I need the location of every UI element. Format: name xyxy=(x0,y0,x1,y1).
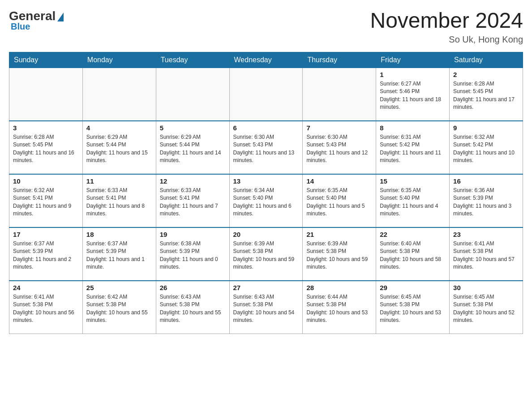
day-number: 5 xyxy=(160,124,226,132)
daylight-text: Daylight: 10 hours and 59 minutes. xyxy=(306,256,368,270)
calendar-cell: 25Sunrise: 6:42 AMSunset: 5:38 PMDayligh… xyxy=(82,281,156,334)
day-info: Sunrise: 6:45 AMSunset: 5:38 PMDaylight:… xyxy=(453,293,519,325)
week-row-1: 1Sunrise: 6:27 AMSunset: 5:46 PMDaylight… xyxy=(9,68,523,121)
day-info: Sunrise: 6:31 AMSunset: 5:42 PMDaylight:… xyxy=(380,133,446,165)
calendar-cell: 13Sunrise: 6:34 AMSunset: 5:40 PMDayligh… xyxy=(229,174,303,227)
day-number: 20 xyxy=(233,231,299,238)
sunset-text: Sunset: 5:45 PM xyxy=(453,88,493,94)
cell-content: 15Sunrise: 6:35 AMSunset: 5:40 PMDayligh… xyxy=(380,177,446,224)
empty-cell-content xyxy=(86,71,152,118)
sunset-text: Sunset: 5:42 PM xyxy=(453,141,493,148)
day-info: Sunrise: 6:33 AMSunset: 5:41 PMDaylight:… xyxy=(160,187,226,218)
day-info: Sunrise: 6:44 AMSunset: 5:38 PMDaylight:… xyxy=(306,293,372,325)
day-of-week-saturday: Saturday xyxy=(450,52,523,68)
sunset-text: Sunset: 5:41 PM xyxy=(160,195,200,201)
daylight-text: Daylight: 10 hours and 53 minutes. xyxy=(380,309,441,323)
day-info: Sunrise: 6:34 AMSunset: 5:40 PMDaylight:… xyxy=(233,187,299,218)
cell-content: 11Sunrise: 6:33 AMSunset: 5:41 PMDayligh… xyxy=(86,177,152,224)
cell-content: 5Sunrise: 6:29 AMSunset: 5:44 PMDaylight… xyxy=(160,124,226,171)
day-number: 1 xyxy=(380,71,446,78)
sunset-text: Sunset: 5:38 PM xyxy=(453,301,493,308)
sunrise-text: Sunrise: 6:28 AM xyxy=(453,81,494,87)
sunrise-text: Sunrise: 6:32 AM xyxy=(13,187,54,193)
daylight-text: Daylight: 11 hours and 1 minute. xyxy=(86,256,145,270)
sunrise-text: Sunrise: 6:45 AM xyxy=(453,294,494,300)
calendar-cell: 18Sunrise: 6:37 AMSunset: 5:39 PMDayligh… xyxy=(82,227,156,281)
location: So Uk, Hong Kong xyxy=(370,34,523,45)
day-of-week-tuesday: Tuesday xyxy=(156,52,229,68)
sunrise-text: Sunrise: 6:42 AM xyxy=(86,294,127,300)
day-number: 7 xyxy=(306,124,372,132)
daylight-text: Daylight: 11 hours and 7 minutes. xyxy=(160,203,218,217)
sunset-text: Sunset: 5:40 PM xyxy=(380,195,420,201)
daylight-text: Daylight: 11 hours and 0 minutes. xyxy=(160,256,218,270)
cell-content: 16Sunrise: 6:36 AMSunset: 5:39 PMDayligh… xyxy=(453,177,519,224)
day-number: 10 xyxy=(13,177,79,185)
calendar-cell: 11Sunrise: 6:33 AMSunset: 5:41 PMDayligh… xyxy=(82,174,156,227)
calendar-cell: 28Sunrise: 6:44 AMSunset: 5:38 PMDayligh… xyxy=(303,281,376,334)
sunrise-text: Sunrise: 6:33 AM xyxy=(160,187,201,193)
daylight-text: Daylight: 10 hours and 52 minutes. xyxy=(453,309,515,323)
day-info: Sunrise: 6:40 AMSunset: 5:38 PMDaylight:… xyxy=(380,240,446,271)
daylight-text: Daylight: 10 hours and 54 minutes. xyxy=(233,309,295,323)
daylight-text: Daylight: 10 hours and 59 minutes. xyxy=(233,256,295,270)
sunset-text: Sunset: 5:43 PM xyxy=(306,141,346,148)
sunset-text: Sunset: 5:39 PM xyxy=(86,248,126,254)
day-number: 3 xyxy=(13,124,79,132)
day-info: Sunrise: 6:30 AMSunset: 5:43 PMDaylight:… xyxy=(306,133,372,165)
day-number: 30 xyxy=(453,284,519,291)
title-area: November 2024 So Uk, Hong Kong xyxy=(370,9,523,45)
day-info: Sunrise: 6:27 AMSunset: 5:46 PMDaylight:… xyxy=(380,80,446,111)
sunrise-text: Sunrise: 6:37 AM xyxy=(13,240,54,247)
day-number: 22 xyxy=(380,231,446,238)
daylight-text: Daylight: 11 hours and 8 minutes. xyxy=(86,203,145,217)
calendar-cell: 7Sunrise: 6:30 AMSunset: 5:43 PMDaylight… xyxy=(303,121,376,174)
calendar-cell: 20Sunrise: 6:39 AMSunset: 5:38 PMDayligh… xyxy=(229,227,303,281)
calendar-cell xyxy=(303,68,376,121)
day-number: 11 xyxy=(86,177,152,185)
sunrise-text: Sunrise: 6:33 AM xyxy=(86,187,127,193)
sunset-text: Sunset: 5:44 PM xyxy=(160,141,200,148)
day-info: Sunrise: 6:43 AMSunset: 5:38 PMDaylight:… xyxy=(233,293,299,325)
day-info: Sunrise: 6:29 AMSunset: 5:44 PMDaylight:… xyxy=(160,133,226,165)
cell-content: 19Sunrise: 6:38 AMSunset: 5:39 PMDayligh… xyxy=(160,231,226,278)
day-info: Sunrise: 6:32 AMSunset: 5:41 PMDaylight:… xyxy=(13,187,79,218)
calendar-cell: 12Sunrise: 6:33 AMSunset: 5:41 PMDayligh… xyxy=(156,174,229,227)
sunrise-text: Sunrise: 6:36 AM xyxy=(453,187,494,193)
sunrise-text: Sunrise: 6:41 AM xyxy=(453,240,494,247)
calendar-cell: 30Sunrise: 6:45 AMSunset: 5:38 PMDayligh… xyxy=(450,281,523,334)
cell-content: 10Sunrise: 6:32 AMSunset: 5:41 PMDayligh… xyxy=(13,177,79,224)
calendar-cell: 29Sunrise: 6:45 AMSunset: 5:38 PMDayligh… xyxy=(376,281,450,334)
sunset-text: Sunset: 5:38 PM xyxy=(160,301,200,308)
empty-cell-content xyxy=(160,71,226,118)
sunrise-text: Sunrise: 6:39 AM xyxy=(306,240,347,247)
daylight-text: Daylight: 11 hours and 4 minutes. xyxy=(380,203,438,217)
calendar-cell: 8Sunrise: 6:31 AMSunset: 5:42 PMDaylight… xyxy=(376,121,450,174)
days-of-week-row: SundayMondayTuesdayWednesdayThursdayFrid… xyxy=(9,52,523,68)
calendar-cell: 21Sunrise: 6:39 AMSunset: 5:38 PMDayligh… xyxy=(303,227,376,281)
sunset-text: Sunset: 5:38 PM xyxy=(453,248,493,254)
calendar-cell: 22Sunrise: 6:40 AMSunset: 5:38 PMDayligh… xyxy=(376,227,450,281)
daylight-text: Daylight: 11 hours and 2 minutes. xyxy=(13,256,71,270)
header: General Blue November 2024 So Uk, Hong K… xyxy=(9,9,523,45)
empty-cell-content xyxy=(306,71,372,118)
week-row-4: 17Sunrise: 6:37 AMSunset: 5:39 PMDayligh… xyxy=(9,227,523,281)
day-info: Sunrise: 6:28 AMSunset: 5:45 PMDaylight:… xyxy=(453,80,519,111)
sunset-text: Sunset: 5:38 PM xyxy=(13,301,53,308)
cell-content: 8Sunrise: 6:31 AMSunset: 5:42 PMDaylight… xyxy=(380,124,446,171)
calendar-cell: 26Sunrise: 6:43 AMSunset: 5:38 PMDayligh… xyxy=(156,281,229,334)
daylight-text: Daylight: 11 hours and 5 minutes. xyxy=(306,203,365,217)
daylight-text: Daylight: 11 hours and 6 minutes. xyxy=(233,203,292,217)
sunrise-text: Sunrise: 6:31 AM xyxy=(380,134,420,140)
sunset-text: Sunset: 5:40 PM xyxy=(233,195,273,201)
sunrise-text: Sunrise: 6:43 AM xyxy=(160,294,201,300)
cell-content: 22Sunrise: 6:40 AMSunset: 5:38 PMDayligh… xyxy=(380,231,446,278)
sunset-text: Sunset: 5:38 PM xyxy=(380,248,420,254)
calendar: SundayMondayTuesdayWednesdayThursdayFrid… xyxy=(9,52,523,334)
day-number: 16 xyxy=(453,177,519,185)
cell-content: 6Sunrise: 6:30 AMSunset: 5:43 PMDaylight… xyxy=(233,124,299,171)
cell-content: 25Sunrise: 6:42 AMSunset: 5:38 PMDayligh… xyxy=(86,284,152,331)
day-number: 9 xyxy=(453,124,519,132)
daylight-text: Daylight: 11 hours and 11 minutes. xyxy=(380,150,441,163)
day-info: Sunrise: 6:38 AMSunset: 5:39 PMDaylight:… xyxy=(160,240,226,271)
